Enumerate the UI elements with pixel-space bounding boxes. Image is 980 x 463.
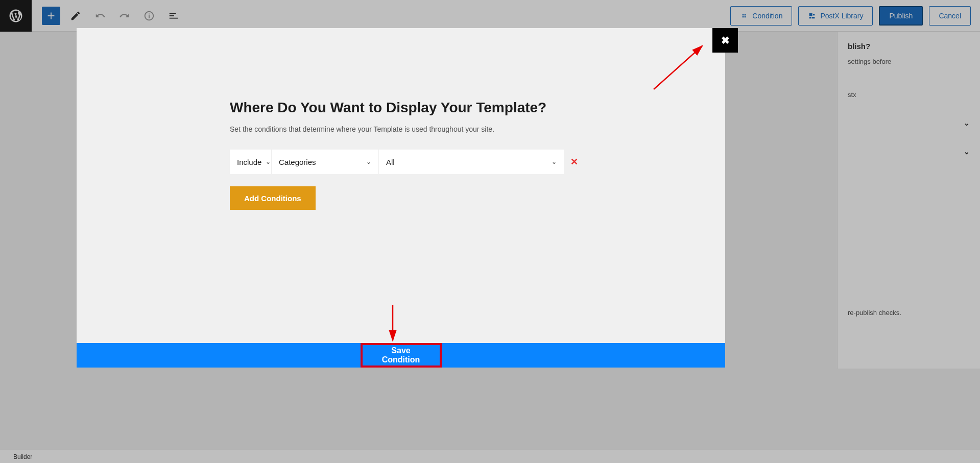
- include-exclude-select[interactable]: Include ⌄: [230, 150, 272, 174]
- chevron-down-icon: ⌄: [366, 158, 371, 165]
- modal-subtitle: Set the conditions that determine where …: [230, 125, 725, 133]
- modal-footer: Save Condition: [77, 343, 725, 368]
- chevron-down-icon: ⌄: [552, 158, 557, 165]
- modal-body: Where Do You Want to Display Your Templa…: [77, 28, 725, 343]
- close-icon: ✖: [721, 34, 730, 46]
- include-value: Include: [237, 158, 261, 166]
- add-conditions-button[interactable]: Add Conditions: [230, 186, 316, 210]
- delete-condition-button[interactable]: ✕: [564, 150, 584, 174]
- condition-row: Include ⌄ Categories ⌄ All ⌄ ✕: [230, 150, 725, 174]
- chevron-down-icon: ⌄: [266, 158, 271, 165]
- value-text: All: [386, 158, 395, 166]
- modal-close-button[interactable]: ✖: [712, 28, 738, 53]
- modal-title: Where Do You Want to Display Your Templa…: [230, 100, 725, 116]
- value-select[interactable]: All ⌄: [379, 150, 564, 174]
- scope-select[interactable]: Categories ⌄: [272, 150, 379, 174]
- x-icon: ✕: [570, 156, 578, 167]
- save-condition-label: Save Condition: [382, 346, 420, 364]
- add-conditions-label: Add Conditions: [244, 194, 301, 203]
- save-condition-button[interactable]: Save Condition: [361, 343, 442, 368]
- condition-modal: ✖ Where Do You Want to Display Your Temp…: [77, 28, 725, 368]
- scope-value: Categories: [279, 158, 316, 166]
